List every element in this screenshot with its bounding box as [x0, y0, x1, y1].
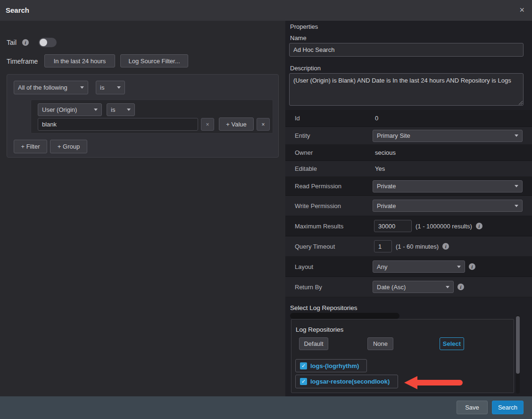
log-repositories-panel: Log Repositories Default None Select ✓ l…: [291, 319, 514, 393]
repositories-scrollbar[interactable]: [516, 315, 520, 394]
entity-dropdown[interactable]: Primary Site: [373, 130, 523, 142]
property-value: 0: [375, 115, 378, 122]
close-icon[interactable]: ×: [517, 0, 526, 21]
property-label: Layout: [285, 263, 373, 270]
scrollbar-thumb[interactable]: [516, 316, 520, 374]
dialog-title: Search: [6, 0, 29, 21]
repository-label: logs-(logrhythm): [310, 362, 359, 369]
repository-label: logsar-restore(secondlook): [310, 378, 390, 385]
property-label: Maximum Results: [285, 223, 373, 230]
dropdown-value: Date (Asc): [377, 284, 406, 291]
property-value: secious: [375, 149, 396, 156]
add-group-button[interactable]: + Group: [50, 140, 87, 153]
filter-value-input[interactable]: [38, 118, 198, 131]
dropdown-value: Any: [377, 263, 387, 270]
filter-builder-panel: All of the following is User (Origin) is…: [7, 74, 279, 158]
chevron-down-icon: [127, 109, 131, 111]
chevron-down-icon: [515, 185, 518, 187]
dropdown-value: is: [111, 106, 115, 113]
property-row-maximum-results: Maximum Results (1 - 1000000 results) i: [285, 216, 532, 236]
property-row-editable: Editable Yes: [285, 161, 532, 177]
filter-row-panel: User (Origin) is × + Value ×: [31, 100, 273, 134]
property-row-id: Id 0: [285, 110, 532, 127]
property-label: Entity: [285, 132, 373, 139]
timeframe-button[interactable]: In the last 24 hours: [44, 54, 115, 67]
property-row-entity: Entity Primary Site: [285, 127, 532, 145]
chevron-down-icon: [80, 86, 84, 89]
property-row-read-permission: Read Permission Private: [285, 177, 532, 196]
description-label: Description: [290, 65, 321, 72]
checkbox-checked-icon[interactable]: ✓: [300, 362, 307, 369]
info-icon[interactable]: i: [442, 243, 449, 250]
partial-list-item: [290, 313, 399, 319]
property-row-query-timeout: Query Timeout (1 - 60 minutes) i: [285, 236, 532, 257]
property-label: Editable: [285, 165, 373, 172]
dropdown-value: User (Origin): [42, 106, 77, 113]
chevron-down-icon: [515, 134, 518, 137]
name-label: Name: [290, 34, 307, 42]
name-input[interactable]: [289, 43, 524, 57]
properties-title: Properties: [290, 23, 318, 30]
property-rows: Id 0 Entity Primary Site Owner secious E…: [285, 110, 532, 297]
chevron-down-icon: [94, 109, 98, 111]
range-hint: (1 - 60 minutes): [396, 243, 439, 250]
log-source-filter-button[interactable]: Log Source Filter...: [120, 54, 188, 67]
read-permission-dropdown[interactable]: Private: [373, 180, 523, 193]
info-icon[interactable]: i: [457, 284, 464, 290]
maximum-results-input[interactable]: [374, 220, 412, 232]
none-button[interactable]: None: [367, 337, 393, 350]
property-label: Query Timeout: [285, 243, 373, 250]
property-label: Owner: [285, 149, 373, 156]
add-value-button[interactable]: + Value: [219, 117, 254, 131]
return-by-dropdown[interactable]: Date (Asc): [373, 281, 454, 293]
property-row-owner: Owner secious: [285, 145, 532, 161]
default-button[interactable]: Default: [299, 337, 328, 350]
repository-item[interactable]: ✓ logsar-restore(secondlook): [295, 375, 398, 388]
property-row-write-permission: Write Permission Private: [285, 196, 532, 216]
property-value: Yes: [375, 165, 385, 172]
property-row-layout: Layout Any i: [285, 257, 532, 277]
property-label: Read Permission: [285, 183, 373, 190]
property-label: Write Permission: [285, 202, 373, 210]
dropdown-value: Primary Site: [377, 132, 410, 139]
select-log-repositories-label: Select Log Repositories: [290, 304, 357, 311]
tail-info-icon[interactable]: i: [22, 39, 29, 46]
layout-dropdown[interactable]: Any: [373, 260, 465, 273]
group-condition-dropdown[interactable]: is: [96, 81, 125, 94]
chevron-down-icon: [457, 266, 461, 268]
add-filter-button[interactable]: + Filter: [14, 140, 47, 153]
field-condition-dropdown[interactable]: is: [107, 103, 135, 116]
repository-item[interactable]: ✓ logs-(logrhythm): [295, 359, 367, 372]
toggle-knob: [40, 39, 47, 46]
dropdown-value: All of the following: [18, 84, 67, 91]
range-hint: (1 - 1000000 results): [416, 223, 472, 230]
checkbox-checked-icon[interactable]: ✓: [300, 378, 307, 385]
dialog-footer: Save Search: [0, 396, 532, 419]
remove-value-button[interactable]: ×: [201, 118, 214, 131]
property-label: Return By: [285, 284, 373, 291]
log-repositories-title: Log Repositories: [296, 326, 343, 333]
field-dropdown[interactable]: User (Origin): [38, 103, 102, 116]
tail-toggle[interactable]: [39, 38, 57, 47]
search-button[interactable]: Search: [492, 401, 524, 414]
dropdown-value: Private: [377, 183, 396, 190]
property-label: Id: [285, 115, 373, 122]
dropdown-value: is: [100, 84, 104, 91]
save-button[interactable]: Save: [457, 401, 488, 414]
info-icon[interactable]: i: [469, 263, 475, 270]
select-button[interactable]: Select: [440, 337, 464, 350]
property-row-return-by: Return By Date (Asc) i: [285, 277, 532, 297]
write-permission-dropdown[interactable]: Private: [373, 200, 523, 212]
chevron-down-icon: [446, 286, 449, 288]
remove-filter-button[interactable]: ×: [257, 118, 270, 131]
search-dialog: Search × Tail i Timeframe In the last 24…: [0, 0, 532, 419]
properties-panel: Properties Name Description (User (Origi…: [285, 21, 532, 396]
info-icon[interactable]: i: [476, 223, 482, 229]
timeframe-label: Timeframe: [7, 58, 38, 65]
query-timeout-input[interactable]: [374, 240, 392, 252]
dropdown-value: Private: [377, 202, 396, 210]
description-textarea[interactable]: (User (Origin) is Blank) AND Date is In …: [289, 73, 524, 106]
group-operator-dropdown[interactable]: All of the following: [14, 81, 88, 94]
chevron-down-icon: [515, 205, 518, 207]
dialog-header: Search ×: [0, 0, 532, 21]
